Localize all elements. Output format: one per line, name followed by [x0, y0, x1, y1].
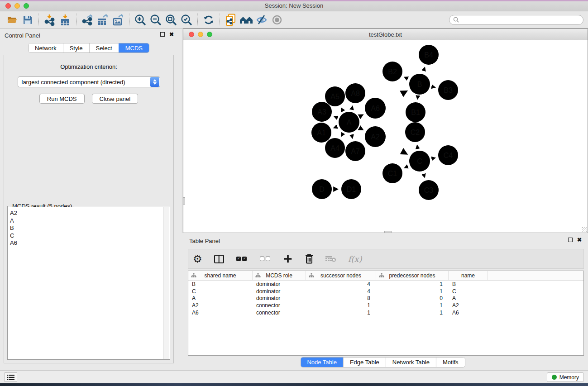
tab-select[interactable]: Select — [89, 43, 119, 52]
graph-node-A4[interactable]: A4 — [325, 138, 345, 158]
search-field[interactable] — [449, 15, 583, 25]
delete-icon[interactable] — [305, 252, 314, 266]
result-list-item[interactable]: A2 — [10, 210, 162, 217]
graph-node-C4[interactable]: C4 — [438, 145, 458, 165]
tab-network-table[interactable]: Network Table — [386, 357, 436, 367]
close-panel-button[interactable]: Close panel — [92, 94, 139, 104]
table-cell[interactable]: 0 — [376, 295, 449, 301]
zoom-in-icon[interactable] — [133, 13, 148, 27]
table-cell[interactable]: 8 — [306, 295, 376, 301]
tab-mcds[interactable]: MCDS — [119, 43, 149, 52]
result-list-item[interactable]: B — [10, 224, 162, 232]
network-window-titlebar[interactable]: testGlobe.txt — [183, 29, 588, 40]
table-cell[interactable]: connector — [253, 310, 306, 316]
new-network-from-selection-icon[interactable] — [223, 13, 239, 27]
graph-node-B1[interactable]: B1 — [406, 102, 425, 122]
graph-node-A[interactable]: A — [339, 112, 359, 133]
tab-node-table[interactable]: Node Table — [301, 357, 343, 367]
graph-edge-B-B4[interactable] — [423, 68, 425, 74]
add-column-icon[interactable] — [283, 252, 293, 266]
tab-style[interactable]: Style — [63, 43, 89, 52]
export-network-icon[interactable] — [80, 13, 95, 27]
graph-edge-A2-C[interactable] — [385, 142, 406, 154]
graph-edge-B-B3[interactable] — [430, 86, 435, 87]
optimization-criterion-dropdown[interactable]: largest connected component (directed) — [18, 76, 160, 87]
column-header-successor-nodes[interactable]: successor nodes — [306, 271, 376, 280]
delete-table-icon[interactable] — [325, 252, 336, 266]
table-cell[interactable]: 4 — [306, 281, 376, 287]
table-cell[interactable]: dominator — [253, 281, 306, 287]
export-table-icon[interactable] — [95, 13, 110, 27]
table-cell[interactable]: 1 — [306, 310, 376, 316]
zoom-out-icon[interactable] — [148, 13, 163, 27]
table-cell[interactable]: B — [449, 281, 488, 287]
table-cell[interactable]: B — [188, 281, 253, 287]
zoom-fit-icon[interactable] — [163, 13, 179, 27]
graph-edge-A-A2[interactable] — [359, 128, 363, 130]
import-table-icon[interactable] — [57, 13, 73, 27]
close-panel-icon[interactable]: ✖ — [169, 32, 174, 37]
search-input[interactable] — [459, 17, 579, 23]
graph-edge-A-A6[interactable] — [359, 115, 363, 117]
save-session-icon[interactable] — [20, 13, 35, 27]
graph-node-A6[interactable]: A6 — [365, 98, 386, 119]
table-cell[interactable]: dominator — [253, 288, 306, 295]
graph-edge-A-A7[interactable] — [351, 133, 352, 138]
graph-edge-C-C3[interactable] — [423, 172, 425, 177]
graph-edge-B-B1[interactable] — [417, 95, 418, 99]
import-network-icon[interactable] — [42, 13, 57, 27]
table-cell[interactable]: connector — [253, 302, 306, 309]
table-cell[interactable]: A6 — [449, 310, 488, 316]
graph-node-B4[interactable]: B4 — [419, 45, 439, 65]
table-cell[interactable]: A — [449, 295, 488, 301]
table-cell[interactable]: 1 — [376, 288, 449, 295]
graph-edge-C-C4[interactable] — [430, 158, 435, 159]
network-canvas[interactable]: AA1A2A3A4A5A6A7A8BB1B2B3B4CC1C2C3C4DD1 — [183, 40, 588, 233]
graph-edge-C-C1[interactable] — [405, 166, 410, 168]
window-resize-handle[interactable] — [582, 227, 587, 232]
graph-edge-A-A3[interactable] — [335, 117, 339, 119]
graph-edge-A-A1[interactable] — [334, 126, 339, 128]
zoom-selected-icon[interactable] — [179, 13, 194, 27]
splitter-grip-vertical[interactable] — [183, 197, 185, 205]
graph-node-A2[interactable]: A2 — [365, 126, 386, 147]
graph-node-B2[interactable]: B2 — [382, 62, 402, 81]
settings-gear-icon[interactable]: ⚙ — [193, 252, 202, 266]
graph-edge-B-B2[interactable] — [405, 77, 410, 80]
tab-network[interactable]: Network — [29, 43, 63, 52]
column-header-name[interactable]: name — [449, 271, 488, 280]
mcds-result-list[interactable]: A2ABCA6 — [8, 207, 163, 359]
table-cell[interactable]: A — [188, 295, 253, 301]
table-cell[interactable]: 4 — [306, 288, 376, 295]
close-table-panel-icon[interactable]: ✖ — [577, 238, 582, 242]
table-cell[interactable]: C — [449, 288, 488, 295]
table-row[interactable]: Adominator80A — [188, 295, 583, 302]
columns-icon[interactable] — [214, 252, 224, 266]
task-history-button[interactable] — [5, 372, 17, 382]
memory-button[interactable]: Memory — [547, 372, 584, 382]
graph-node-D1[interactable]: D1 — [341, 179, 361, 199]
tab-edge-table[interactable]: Edge Table — [343, 357, 386, 367]
clear-checkboxes-icon[interactable] — [259, 252, 271, 266]
table-row[interactable]: A6connector11A6 — [188, 309, 583, 316]
graph-node-B3[interactable]: B3 — [438, 80, 458, 100]
table-cell[interactable]: 1 — [306, 302, 376, 309]
run-mcds-button[interactable]: Run MCDS — [39, 94, 85, 104]
float-panel-icon[interactable] — [160, 32, 165, 37]
graph-node-A1[interactable]: A1 — [311, 123, 331, 143]
table-cell[interactable]: C — [188, 288, 253, 295]
graph-edge-A-A8[interactable] — [351, 106, 352, 111]
table-cell[interactable]: 1 — [376, 302, 449, 309]
cybrowser-home-icon[interactable] — [239, 13, 254, 27]
graph-node-C3[interactable]: C3 — [419, 180, 439, 200]
float-table-panel-icon[interactable] — [568, 238, 573, 242]
bird-eye-view-icon[interactable] — [269, 13, 285, 27]
table-row[interactable]: A2connector11A2 — [188, 302, 583, 309]
table-cell[interactable]: 1 — [376, 281, 449, 287]
column-header-shared-name[interactable]: shared name — [188, 271, 253, 280]
graph-edge-A-A4[interactable] — [341, 132, 344, 136]
table-row[interactable]: Cdominator41C — [188, 288, 583, 295]
graph-node-B[interactable]: B — [409, 74, 430, 95]
result-list-item[interactable]: A6 — [10, 239, 162, 247]
result-scrollbar[interactable] — [163, 207, 169, 359]
